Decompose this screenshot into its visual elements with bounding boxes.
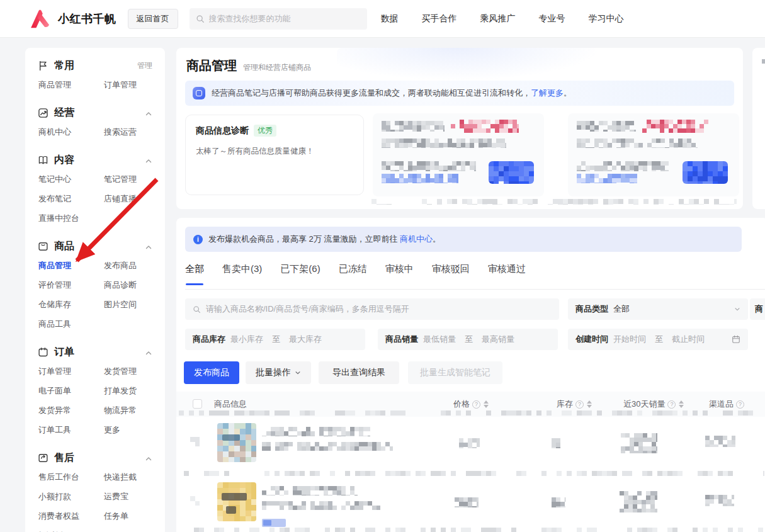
blurred-stock [552,438,564,448]
sidebar-section-title: 商品 [54,240,145,253]
end-date-input[interactable]: 截止时间 [672,334,705,345]
tab[interactable]: 已冻结 [339,263,367,285]
sidebar-item[interactable]: 直播中控台 [38,213,100,224]
tab[interactable]: 审核中 [385,263,414,285]
blurred-sales [621,433,657,453]
max-sales-input[interactable]: 最高销量 [482,334,514,345]
sidebar-item[interactable]: 发货异常 [38,405,100,416]
chevron-up-icon[interactable] [145,454,152,461]
topnav-item[interactable]: 买手合作 [422,13,457,25]
chevron-up-icon[interactable] [145,348,152,356]
sidebar-section-header: 订单 [38,344,152,359]
product-search-field[interactable]: 请输入商品名称/ID/商品货号/商家编码，多条用逗号隔开 [185,298,559,320]
tab[interactable]: 全部 [185,263,204,285]
cut-off-filter[interactable]: 商 [750,298,765,320]
sort-icon[interactable] [679,400,684,408]
topnav-item[interactable]: 学习中心 [589,13,624,25]
blurred-text [577,161,669,171]
blurred-highlight-number [451,120,519,133]
global-search[interactable] [190,8,367,30]
sidebar-item[interactable]: 小额打款 [38,491,100,502]
row-checkbox-blurred[interactable] [190,437,200,446]
manage-link[interactable]: 管理 [137,60,152,71]
sidebar-item[interactable]: 发布笔记 [38,193,100,205]
blurred-channel [705,436,735,447]
global-search-input[interactable] [209,14,361,23]
sidebar-item[interactable]: 发布商品 [104,260,157,271]
learn-more-link[interactable]: 了解更多 [531,88,564,98]
sidebar-item[interactable]: 消费者权益 [38,511,100,522]
start-date-input[interactable]: 开始时间 [613,334,646,345]
chevron-up-icon[interactable] [145,109,152,116]
help-icon[interactable] [575,400,584,409]
stock-range-filter[interactable]: 商品库存 最小库存 至 最大库存 [185,329,365,350]
filter-value: 全部 [613,303,630,315]
sidebar-item[interactable]: 更多 [104,424,157,436]
sidebar-item[interactable]: 电子面单 [38,385,100,397]
sidebar-item[interactable]: 店铺直播 [104,193,157,205]
sidebar-item[interactable]: 售后工作台 [38,472,100,483]
product-type-select[interactable]: 商品类型 全部 [568,298,748,320]
min-stock-input[interactable]: 最小库存 [230,334,263,345]
created-date-filter[interactable]: 创建时间 开始时间 至 截止时间 [568,329,748,350]
calendar-icon [732,335,740,344]
notice-text: 发布爆款机会商品，最高享 2万 流量激励，立即前往 商机中心。 [208,234,441,245]
row-checkbox-blurred[interactable] [190,496,200,506]
tab[interactable]: 售卖中(3) [222,263,262,285]
min-sales-input[interactable]: 最低销量 [423,334,456,345]
batch-actions-button[interactable]: 批量操作 [246,361,311,384]
sidebar-item[interactable]: 运费宝 [104,491,157,502]
blurred-text [382,121,445,132]
sidebar-item[interactable]: 发货管理 [104,366,157,377]
sidebar-item[interactable]: 物流异常 [104,405,157,416]
sidebar-item[interactable]: 订单管理 [38,366,100,377]
select-all-checkbox[interactable] [193,399,202,409]
blurred-button[interactable] [489,161,534,184]
sidebar-item[interactable]: 订单工具 [38,424,100,436]
sidebar-item[interactable]: 笔记中心 [38,174,100,185]
topnav-item[interactable]: 专业号 [539,13,565,25]
blurred-text [757,59,765,67]
sidebar-item[interactable]: 笔记管理 [104,174,157,185]
topnav-item[interactable]: 数据 [381,13,399,25]
help-icon[interactable] [472,400,480,409]
sales-range-filter[interactable]: 商品销量 最低销量 至 最高销量 [378,329,558,350]
topnav-item[interactable]: 乘风推广 [480,13,516,25]
blurred-image-detail [222,434,240,441]
sidebar-item[interactable]: 仓储库存 [38,299,100,310]
chevron-up-icon[interactable] [145,156,152,164]
sidebar-item[interactable]: 快递拦截 [104,472,157,483]
back-home-button[interactable]: 返回首页 [128,9,178,29]
sidebar-item[interactable]: 打单发货 [104,385,157,397]
blurred-image-detail [226,506,236,514]
chevron-up-icon[interactable] [145,242,152,250]
tab[interactable]: 审核驳回 [432,263,470,285]
tab[interactable]: 已下架(6) [280,263,320,285]
sidebar-item[interactable]: 搜索运营 [104,127,157,138]
sidebar-item[interactable]: 商品工具 [38,319,100,330]
sidebar-section: 经营商机中心搜索运营 [38,105,152,138]
sidebar-item[interactable]: 评价管理 [38,280,100,291]
filter-label: 商品销量 [385,334,418,345]
sidebar-section: 订单订单管理发货管理电子面单打单发货发货异常物流异常订单工具更多 [38,344,152,436]
tab[interactable]: 审核通过 [488,263,526,285]
sidebar-item[interactable]: 商品诊断 [104,280,157,291]
help-icon[interactable] [667,400,676,409]
sidebar-item[interactable]: 商品管理 [38,260,100,271]
product-list-card: i 发布爆款机会商品，最高享 2万 流量激励，立即前往 商机中心。 全部售卖中(… [176,218,765,532]
blurred-button[interactable] [683,161,728,184]
tip-text: 经营商品笔记与店播可帮助商品获得更多流量和成交，两者联动能相互促进引流和转化，了… [212,88,572,99]
max-stock-input[interactable]: 最大库存 [289,334,322,345]
sidebar-item[interactable]: 任务单 [104,511,157,522]
sort-icon[interactable] [484,400,489,408]
export-results-button[interactable]: 导出查询结果 [319,361,399,384]
help-icon[interactable] [736,400,744,409]
sidebar-item[interactable]: 图片空间 [104,299,157,310]
opportunity-center-link[interactable]: 商机中心 [400,234,433,244]
publish-product-button[interactable]: 发布商品 [184,361,239,384]
sort-icon[interactable] [587,400,592,408]
sidebar-item[interactable]: 商品管理 [38,79,100,91]
sidebar-item[interactable]: 订单管理 [104,79,157,91]
blurred-image-detail [222,493,247,501]
sidebar-item[interactable]: 商机中心 [38,127,100,138]
